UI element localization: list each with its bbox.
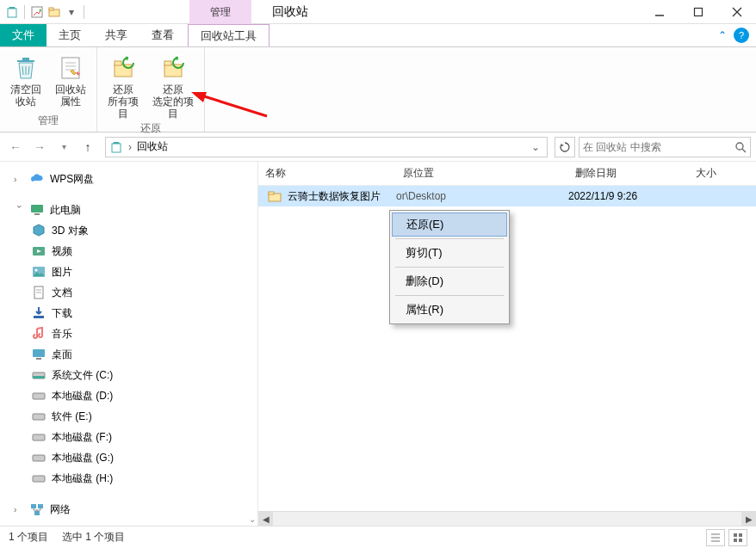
drive-icon bbox=[31, 388, 46, 403]
svg-rect-25 bbox=[31, 205, 43, 212]
tab-view[interactable]: 查看 bbox=[139, 24, 186, 46]
address-location[interactable]: 回收站 bbox=[137, 139, 528, 154]
drive-icon bbox=[31, 367, 46, 383]
svg-rect-51 bbox=[734, 533, 737, 537]
scroll-right-icon[interactable]: ▶ bbox=[741, 512, 756, 526]
properties-icon bbox=[57, 54, 84, 82]
context-properties[interactable]: 属性(R) bbox=[392, 298, 507, 322]
chevron-right-icon[interactable]: › bbox=[14, 175, 24, 184]
context-restore[interactable]: 还原(E) bbox=[392, 212, 507, 237]
column-headers[interactable]: 名称 原位置 删除日期 大小 bbox=[258, 162, 756, 186]
nav-up-button[interactable]: ↑ bbox=[77, 137, 98, 157]
tree-downloads[interactable]: 下载 bbox=[0, 303, 257, 323]
address-bar[interactable]: › 回收站 ⌄ bbox=[105, 137, 548, 157]
tree-drive-g[interactable]: 本地磁盘 (G:) bbox=[0, 447, 257, 468]
new-folder-quick-icon[interactable] bbox=[47, 5, 61, 19]
title-bar: ▾ 管理 回收站 bbox=[0, 0, 756, 24]
file-row-selected[interactable]: 云骑士数据恢复图片 or\Desktop 2022/11/9 9:26 bbox=[258, 186, 756, 206]
chevron-down-icon[interactable]: › bbox=[15, 205, 24, 215]
tree-drive-c[interactable]: 系统文件 (C:) bbox=[0, 365, 257, 385]
document-icon bbox=[31, 285, 46, 300]
context-separator bbox=[395, 238, 504, 239]
context-delete[interactable]: 删除(D) bbox=[392, 269, 507, 293]
svg-rect-40 bbox=[33, 434, 45, 440]
tree-scroll-indicator[interactable]: ⌄ bbox=[249, 514, 256, 524]
file-date-deleted: 2022/11/9 9:26 bbox=[568, 190, 689, 202]
restore-selected-button[interactable]: 还原 选定的项目 bbox=[149, 51, 197, 120]
scroll-track[interactable] bbox=[273, 512, 741, 526]
address-dropdown-icon[interactable]: ⌄ bbox=[528, 141, 543, 153]
breadcrumb-sep[interactable]: › bbox=[128, 141, 137, 153]
search-input[interactable] bbox=[583, 141, 734, 153]
ribbon-tabs: 文件 主页 共享 查看 回收站工具 ⌃ ? bbox=[0, 24, 756, 46]
context-menu: 还原(E) 剪切(T) 删除(D) 属性(R) bbox=[389, 210, 510, 324]
svg-point-23 bbox=[736, 143, 743, 150]
tree-music[interactable]: 音乐 bbox=[0, 323, 257, 344]
network-icon bbox=[29, 502, 45, 517]
recycle-bin-properties-button[interactable]: 回收站 属性 bbox=[52, 51, 90, 108]
status-selected-items: 选中 1 个项目 bbox=[62, 530, 125, 545]
svg-rect-37 bbox=[33, 376, 45, 379]
help-icon[interactable]: ? bbox=[734, 28, 749, 43]
svg-rect-19 bbox=[164, 61, 171, 65]
chevron-right-icon[interactable]: › bbox=[14, 505, 24, 514]
nav-forward-button[interactable]: → bbox=[29, 137, 50, 157]
svg-rect-43 bbox=[31, 504, 36, 508]
tree-drive-f[interactable]: 本地磁盘 (F:) bbox=[0, 427, 257, 447]
scroll-left-icon[interactable]: ◀ bbox=[258, 512, 273, 526]
search-bar[interactable] bbox=[579, 137, 751, 157]
cloud-icon bbox=[29, 171, 45, 187]
tree-network[interactable]: › 网络 bbox=[0, 499, 257, 520]
tree-drive-d[interactable]: 本地磁盘 (D:) bbox=[0, 385, 257, 406]
svg-rect-53 bbox=[734, 539, 737, 542]
download-icon bbox=[31, 305, 46, 321]
title-contextual-manage: 管理 bbox=[189, 0, 251, 24]
tab-recycle-tools[interactable]: 回收站工具 bbox=[188, 24, 270, 46]
col-size[interactable]: 大小 bbox=[689, 166, 756, 181]
context-separator bbox=[395, 267, 504, 268]
tab-share[interactable]: 共享 bbox=[93, 24, 139, 46]
nav-history-dropdown[interactable]: ▾ bbox=[53, 137, 74, 157]
svg-rect-38 bbox=[33, 393, 45, 399]
file-name: 云骑士数据恢复图片 bbox=[288, 189, 396, 204]
search-icon[interactable] bbox=[734, 141, 747, 153]
status-total-items: 1 个项目 bbox=[9, 530, 48, 545]
tree-this-pc[interactable]: › 此电脑 bbox=[0, 200, 257, 220]
properties-quick-icon[interactable] bbox=[30, 5, 44, 19]
minimize-button[interactable] bbox=[640, 0, 679, 24]
svg-rect-54 bbox=[739, 539, 742, 542]
refresh-button[interactable] bbox=[555, 137, 575, 157]
empty-recycle-bin-button[interactable]: 清空回 收站 bbox=[7, 51, 45, 108]
tree-videos[interactable]: 视频 bbox=[0, 241, 257, 262]
qat-dropdown-icon[interactable]: ▾ bbox=[65, 5, 78, 19]
nav-back-button[interactable]: ← bbox=[5, 137, 26, 157]
tree-3d-objects[interactable]: 3D 对象 bbox=[0, 220, 257, 241]
col-date-deleted[interactable]: 删除日期 bbox=[568, 166, 689, 181]
tab-file[interactable]: 文件 bbox=[0, 24, 46, 46]
tree-pictures[interactable]: 图片 bbox=[0, 262, 257, 282]
tree-documents[interactable]: 文档 bbox=[0, 282, 257, 303]
ribbon: 清空回 收站 回收站 属性 管理 还原 所有项目 还原 bbox=[0, 46, 756, 132]
col-name[interactable]: 名称 bbox=[258, 166, 396, 181]
details-view-toggle[interactable] bbox=[706, 529, 725, 546]
svg-line-24 bbox=[742, 149, 746, 152]
tree-wps[interactable]: › WPS网盘 bbox=[0, 169, 257, 189]
tree-drive-e[interactable]: 软件 (E:) bbox=[0, 406, 257, 427]
horizontal-scrollbar[interactable]: ◀ ▶ bbox=[258, 511, 756, 526]
maximize-button[interactable] bbox=[679, 0, 717, 24]
svg-rect-44 bbox=[38, 504, 43, 508]
context-cut[interactable]: 剪切(T) bbox=[392, 241, 507, 265]
close-button[interactable] bbox=[717, 0, 756, 24]
tree-desktop[interactable]: 桌面 bbox=[0, 344, 257, 365]
thumbnail-view-toggle[interactable] bbox=[728, 529, 747, 546]
tab-home[interactable]: 主页 bbox=[46, 24, 93, 46]
col-original-location[interactable]: 原位置 bbox=[396, 166, 568, 181]
tree-drive-h[interactable]: 本地磁盘 (H:) bbox=[0, 468, 257, 489]
restore-all-button[interactable]: 还原 所有项目 bbox=[104, 51, 142, 120]
svg-rect-12 bbox=[62, 58, 79, 78]
folder-icon bbox=[267, 188, 282, 204]
svg-rect-47 bbox=[269, 192, 274, 194]
ribbon-collapse-icon[interactable]: ⌃ bbox=[718, 29, 727, 41]
nav-tree[interactable]: › WPS网盘 › 此电脑 3D 对象 视频 图片 文档 bbox=[0, 162, 258, 526]
svg-rect-3 bbox=[49, 8, 53, 10]
